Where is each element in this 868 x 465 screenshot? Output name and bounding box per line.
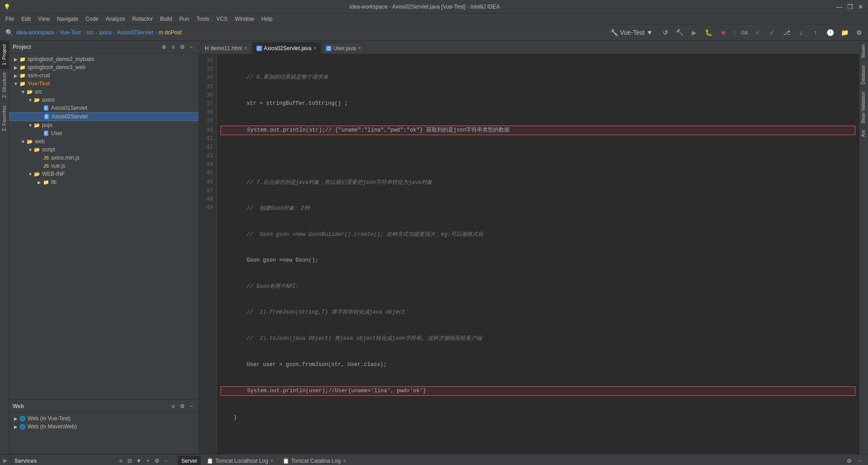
menu-tools[interactable]: Tools — [193, 15, 213, 23]
toolbar-reload[interactable]: ↺ — [660, 27, 671, 38]
tab-database[interactable]: Database — [859, 61, 868, 88]
menu-view[interactable]: View — [34, 15, 53, 23]
output-close-btn[interactable]: − — [855, 456, 864, 465]
toolbar-settings[interactable]: ⚙ — [854, 27, 864, 38]
tree-item-vuejs[interactable]: ▶ JS vue.js — [9, 162, 198, 170]
tree-item-ssm[interactable]: ▶ 📁 ssm-crud — [9, 71, 198, 80]
web-panel-title: Web — [13, 403, 24, 409]
close-button[interactable]: ✕ — [857, 3, 864, 10]
tab-demo11-close[interactable]: ✕ — [244, 46, 247, 51]
label-axios02: Axios02Servlet — [52, 113, 88, 120]
minimize-button[interactable]: — — [835, 3, 843, 10]
menu-file[interactable]: File — [2, 15, 18, 23]
tree-item-lib[interactable]: ▶ 📁 lib — [9, 178, 198, 186]
menu-analyze[interactable]: Analyze — [102, 15, 129, 23]
tree-item-web-vuetest[interactable]: ▶ 🌐 Web (in Vue-Test) — [9, 414, 198, 423]
output-tab-server[interactable]: Server — [177, 456, 201, 465]
git-check[interactable]: ✓ — [752, 27, 763, 38]
tab-user[interactable]: C User.java ✕ — [322, 42, 366, 54]
maximize-button[interactable]: ❐ — [846, 3, 854, 10]
tab-axios02[interactable]: C Axios02Servlet.java ✕ — [252, 42, 321, 54]
tree-item-axios02[interactable]: ▶ C Axios02Servlet — [9, 112, 198, 121]
localhost-tab-close[interactable]: ✕ — [270, 458, 274, 463]
tab-ant[interactable]: Ant — [859, 127, 868, 141]
bc-servlet[interactable]: Axios02Servlet — [117, 29, 153, 36]
toolbar-stop[interactable]: ■ — [718, 27, 729, 38]
git-check2[interactable]: ✓ — [767, 27, 778, 38]
menu-navigate[interactable]: Navigate — [53, 15, 82, 23]
bc-vue-test[interactable]: Vue-Test — [60, 29, 81, 36]
git-history[interactable]: 🕐 — [825, 27, 835, 38]
tab-demo11[interactable]: H demo11.html ✕ — [201, 42, 251, 54]
catalina-tab-close[interactable]: ✕ — [343, 458, 346, 463]
code-area[interactable]: 32 33 34 35 36 37 38 39 40 41 42 43 44 4… — [199, 54, 859, 454]
git-branch[interactable]: ⎇ — [781, 27, 792, 38]
label-script: script — [42, 146, 55, 153]
menu-help[interactable]: Help — [258, 15, 276, 23]
tree-item-webinf[interactable]: ▼ 📂 WEB-INF — [9, 170, 198, 178]
menu-code[interactable]: Code — [82, 15, 102, 23]
menu-build[interactable]: Build — [156, 15, 176, 23]
tree-item-src[interactable]: ▼ 📂 src — [9, 88, 198, 96]
code-content[interactable]: // 6.累加的结果就是整个请求体 str = stringBuffer.toS… — [217, 54, 859, 454]
output-tab-catalina[interactable]: 📋 Tomcat Catalina Log ✕ — [279, 456, 349, 465]
label-web: web — [35, 138, 45, 145]
bc-workspace[interactable]: idea-workspace — [16, 29, 54, 36]
web-collapse-btn[interactable]: ≡ — [170, 403, 177, 410]
localhost-tab-icon: 📋 — [207, 458, 213, 464]
services-collapse-btn[interactable]: ⊟ — [126, 457, 133, 465]
tree-item-axios[interactable]: ▼ 📂 axios — [9, 96, 198, 104]
bc-axios[interactable]: axios — [99, 29, 112, 36]
menu-refactor[interactable]: Refactor — [129, 15, 156, 23]
project-collapse-btn[interactable]: ≡ — [170, 43, 177, 51]
code-line-35 — [221, 152, 855, 161]
code-line-34: System.out.println(str);// {"uname":"lin… — [221, 126, 855, 135]
toolbar-build[interactable]: 🔨 — [675, 27, 685, 38]
tab-maven[interactable]: Maven — [859, 41, 868, 61]
project-locate-btn[interactable]: ⊕ — [160, 43, 168, 51]
web-settings-btn[interactable]: ⚙ — [179, 403, 186, 410]
services-add-btn[interactable]: + — [144, 457, 151, 465]
tree-item-script[interactable]: ▼ 📂 script — [9, 146, 198, 154]
tree-item-springboot3[interactable]: ▶ 📁 springboot_demo3_web — [9, 63, 198, 71]
services-expand-btn[interactable]: ≡ — [117, 457, 124, 465]
services-filter-btn[interactable]: ▼ — [135, 457, 142, 465]
tab-bean-validation[interactable]: Bean Validation — [859, 88, 868, 127]
services-close-btn[interactable]: − — [162, 457, 170, 465]
git-push[interactable]: ↑ — [810, 27, 821, 38]
toolbar-run-config[interactable]: 🔧 Vue-Test ▼ — [607, 27, 656, 38]
menu-run[interactable]: Run — [176, 15, 193, 23]
tree-item-springboot2[interactable]: ▶ 📁 springboot_demo2_mybatis — [9, 55, 198, 63]
toolbar-debug[interactable]: 🐛 — [703, 27, 714, 38]
project-close-btn[interactable]: − — [188, 43, 195, 51]
output-tab-localhost[interactable]: 📋 Tomcat Localhost Log ✕ — [203, 456, 277, 465]
tree-item-pojo[interactable]: ▼ 📂 pojo — [9, 121, 198, 129]
services-settings-btn[interactable]: ⚙ — [153, 457, 160, 465]
right-sidebar: Maven Database Bean Validation Ant — [859, 41, 868, 454]
tree-item-vuetest[interactable]: ▼ 📁 Vue-Test — [9, 80, 198, 88]
menu-window[interactable]: Window — [231, 15, 258, 23]
bc-method[interactable]: m doPost — [159, 29, 182, 36]
menu-vcs[interactable]: VCS — [213, 15, 231, 23]
tab-axios02-close[interactable]: ✕ — [313, 46, 317, 51]
bc-src[interactable]: src — [86, 29, 94, 36]
toolbar-folder[interactable]: 📁 — [839, 27, 850, 38]
srv-run-btn[interactable]: ▶ — [1, 456, 9, 465]
tree-item-web[interactable]: ▼ 📂 web — [9, 137, 198, 146]
tab-project[interactable]: 1: Project — [0, 41, 9, 69]
toolbar-search[interactable]: 🔍 — [4, 27, 14, 38]
tree-item-axios01[interactable]: ▶ C Axios01Servlet — [9, 104, 198, 112]
output-settings-btn[interactable]: ⚙ — [844, 456, 854, 465]
output-tabs: Server 📋 Tomcat Localhost Log ✕ 📋 Tomcat… — [174, 455, 868, 465]
toolbar-run[interactable]: ▶ — [689, 27, 700, 38]
project-settings-btn[interactable]: ⚙ — [179, 43, 186, 51]
menu-edit[interactable]: Edit — [18, 15, 34, 23]
tab-user-close[interactable]: ✕ — [358, 46, 361, 51]
tree-item-axiosjs[interactable]: ▶ JS axios.min.js — [9, 154, 198, 162]
web-close-btn[interactable]: − — [188, 403, 195, 410]
tab-structure[interactable]: 2: Structure — [0, 69, 9, 102]
tab-favorites[interactable]: 2: Favorites — [0, 102, 9, 135]
git-update[interactable]: ↓ — [796, 27, 807, 38]
tree-item-web-maven[interactable]: ▶ 🌐 Web (in MavenWeb) — [9, 423, 198, 431]
tree-item-user[interactable]: ▶ C User — [9, 129, 198, 137]
